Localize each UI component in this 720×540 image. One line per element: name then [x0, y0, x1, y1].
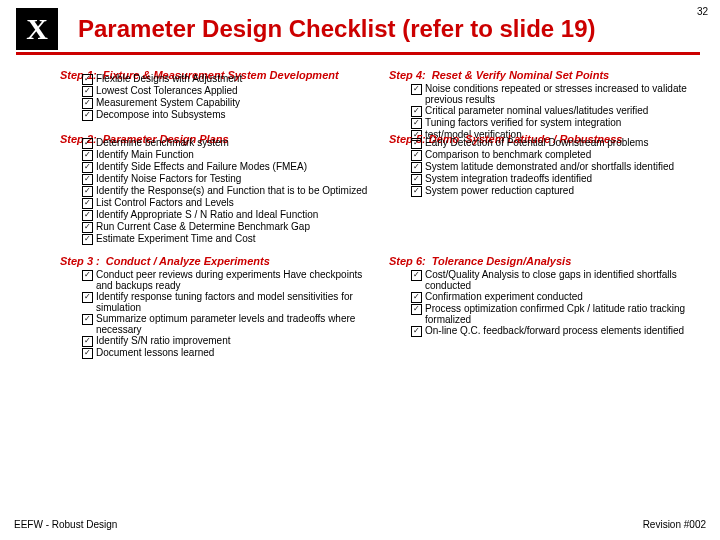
- checklist-item: ✓Early Detection of Potential Downstream…: [411, 137, 700, 149]
- checkbox-icon: ✓: [82, 162, 93, 173]
- checklist-item: ✓Estimate Experiment Time and Cost: [82, 233, 371, 245]
- checkbox-icon: ✓: [411, 150, 422, 161]
- checklist-item: ✓Tuning factors verified for system inte…: [411, 117, 700, 129]
- checklist-item: ✓System power reduction captured: [411, 185, 700, 197]
- checkbox-icon: ✓: [411, 106, 422, 117]
- checklist-item: ✓Comparison to benchmark completed: [411, 149, 700, 161]
- checklist-item: ✓System integration tradeoffs identified: [411, 173, 700, 185]
- checklist-item: ✓Identify Main Function: [82, 149, 371, 161]
- checkbox-icon: ✓: [82, 270, 93, 281]
- checkbox-icon: ✓: [82, 186, 93, 197]
- checkbox-icon: ✓: [82, 150, 93, 161]
- checkbox-icon: ✓: [411, 162, 422, 173]
- step6-items: ✓Cost/Quality Analysis to close gaps in …: [411, 269, 700, 337]
- checkbox-icon: ✓: [82, 314, 93, 325]
- checklist-item: ✓Cost/Quality Analysis to close gaps in …: [411, 269, 700, 291]
- step3-header: Step 3 : Conduct / Analyze Experiments: [60, 255, 371, 267]
- footer-left: EEFW - Robust Design: [14, 519, 117, 530]
- checkbox-icon: ✓: [82, 98, 93, 109]
- checklist-item: ✓On-line Q.C. feedback/forward process e…: [411, 325, 700, 337]
- checkbox-icon: ✓: [82, 210, 93, 221]
- checkbox-icon: ✓: [82, 174, 93, 185]
- checklist-item: ✓Identify the Response(s) and Function t…: [82, 185, 371, 197]
- checkbox-icon: ✓: [411, 118, 422, 129]
- checkbox-icon: ✓: [82, 336, 93, 347]
- step6-header: Step 6: Tolerance Design/Analysis: [389, 255, 700, 267]
- checklist-item: ✓Identify Appropriate S / N Ratio and Id…: [82, 209, 371, 221]
- checkbox-icon: ✓: [82, 234, 93, 245]
- checklist-item: ✓Determine benchmark system: [82, 137, 371, 149]
- step3-items: ✓Conduct peer reviews during experiments…: [82, 269, 371, 359]
- checkbox-icon: ✓: [411, 138, 422, 149]
- checkbox-icon: ✓: [82, 198, 93, 209]
- checkbox-icon: ✓: [82, 110, 93, 121]
- checkbox-icon: ✓: [82, 86, 93, 97]
- step5-items: ✓Early Detection of Potential Downstream…: [411, 137, 700, 197]
- checkbox-icon: ✓: [82, 292, 93, 303]
- page-title: Parameter Design Checklist (refer to sli…: [78, 15, 700, 43]
- checklist-item: ✓Identify Noise Factors for Testing: [82, 173, 371, 185]
- checklist-item: ✓Identify Side Effects and Failure Modes…: [82, 161, 371, 173]
- footer-right: Revision #002: [643, 519, 706, 530]
- checklist-item: ✓Conduct peer reviews during experiments…: [82, 269, 371, 291]
- checklist-item: ✓List Control Factors and Levels: [82, 197, 371, 209]
- checklist-item: ✓Lowest Cost Tolerances Applied: [82, 85, 371, 97]
- checkbox-icon: ✓: [411, 304, 422, 315]
- checklist-item: ✓System latitude demonstrated and/or sho…: [411, 161, 700, 173]
- checkbox-icon: ✓: [411, 270, 422, 281]
- checkbox-icon: ✓: [411, 326, 422, 337]
- checklist-item: ✓Confirmation experiment conducted: [411, 291, 700, 303]
- checklist-item: ✓Decompose into Subsystems: [82, 109, 371, 121]
- checklist-item: ✓Document lessons learned: [82, 347, 371, 359]
- checklist-item: ✓Measurement System Capability: [82, 97, 371, 109]
- checklist-item: ✓Summarize optimum parameter levels and …: [82, 313, 371, 335]
- logo: X: [16, 8, 58, 50]
- checklist-item: ✓Critical parameter nominal values/latit…: [411, 105, 700, 117]
- checkbox-icon: ✓: [82, 138, 93, 149]
- checkbox-icon: ✓: [82, 222, 93, 233]
- step4-header: Step 4: Reset & Verify Nominal Set Point…: [389, 69, 700, 81]
- checkbox-icon: ✓: [411, 174, 422, 185]
- checklist-item: ✓Process optimization confirmed Cpk / la…: [411, 303, 700, 325]
- checklist-item: ✓Noise conditions repeated or stresses i…: [411, 83, 700, 105]
- checkbox-icon: ✓: [82, 348, 93, 359]
- checkbox-icon: ✓: [411, 186, 422, 197]
- checkbox-icon: ✓: [82, 74, 93, 85]
- checkbox-icon: ✓: [411, 84, 422, 95]
- checklist-item: ✓Identify S/N ratio improvement: [82, 335, 371, 347]
- page-number: 32: [697, 6, 708, 17]
- checkbox-icon: ✓: [411, 292, 422, 303]
- step2-items: ✓Determine benchmark system✓Identify Mai…: [82, 137, 371, 245]
- checklist-item: ✓Run Current Case & Determine Benchmark …: [82, 221, 371, 233]
- checklist-item: ✓Identify response tuning factors and mo…: [82, 291, 371, 313]
